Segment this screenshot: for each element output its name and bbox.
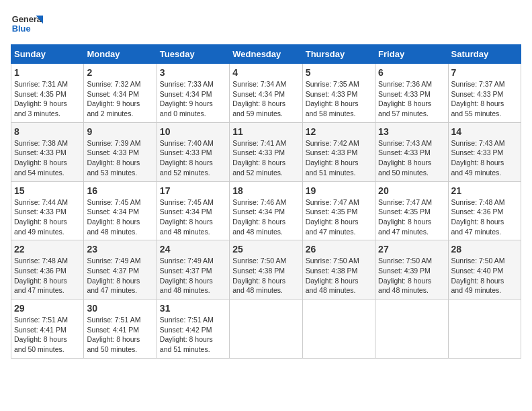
day-cell: 9Sunrise: 7:39 AMSunset: 4:33 PMDaylight… [84, 122, 157, 181]
day-cell: 25Sunrise: 7:50 AMSunset: 4:38 PMDayligh… [230, 240, 302, 300]
week-row-4: 22Sunrise: 7:48 AMSunset: 4:36 PMDayligh… [11, 240, 521, 300]
calendar-table: SundayMondayTuesdayWednesdayThursdayFrid… [11, 44, 521, 359]
day-number: 9 [87, 126, 153, 137]
col-header-tuesday: Tuesday [157, 45, 229, 64]
day-info: Sunrise: 7:49 AMSunset: 4:37 PMDaylight:… [87, 256, 153, 295]
day-number: 21 [451, 185, 518, 196]
day-info: Sunrise: 7:33 AMSunset: 4:34 PMDaylight:… [160, 79, 226, 119]
day-info: Sunrise: 7:46 AMSunset: 4:34 PMDaylight:… [232, 197, 299, 237]
day-number: 14 [451, 126, 518, 137]
day-cell: 20Sunrise: 7:47 AMSunset: 4:35 PMDayligh… [375, 181, 448, 240]
day-number: 16 [87, 185, 153, 196]
day-number: 12 [306, 126, 372, 137]
day-number: 30 [87, 303, 153, 314]
day-number: 22 [14, 244, 81, 255]
day-cell: 2Sunrise: 7:32 AMSunset: 4:34 PMDaylight… [84, 64, 157, 123]
col-header-saturday: Saturday [448, 45, 521, 64]
day-cell [230, 300, 302, 359]
col-header-friday: Friday [375, 45, 448, 64]
day-cell: 18Sunrise: 7:46 AMSunset: 4:34 PMDayligh… [230, 181, 302, 240]
day-info: Sunrise: 7:50 AMSunset: 4:38 PMDaylight:… [306, 256, 372, 295]
day-info: Sunrise: 7:39 AMSunset: 4:33 PMDaylight:… [87, 138, 153, 178]
day-number: 17 [160, 185, 226, 196]
day-info: Sunrise: 7:45 AMSunset: 4:34 PMDaylight:… [160, 197, 226, 237]
day-info: Sunrise: 7:45 AMSunset: 4:34 PMDaylight:… [87, 197, 153, 237]
logo: General Blue [11, 11, 43, 38]
day-info: Sunrise: 7:36 AMSunset: 4:33 PMDaylight:… [378, 79, 445, 119]
day-info: Sunrise: 7:34 AMSunset: 4:34 PMDaylight:… [232, 79, 299, 119]
day-number: 6 [378, 67, 445, 78]
col-header-monday: Monday [84, 45, 157, 64]
day-cell [302, 300, 375, 359]
day-cell: 10Sunrise: 7:40 AMSunset: 4:33 PMDayligh… [157, 122, 229, 181]
header-row: SundayMondayTuesdayWednesdayThursdayFrid… [11, 45, 521, 64]
day-info: Sunrise: 7:38 AMSunset: 4:33 PMDaylight:… [14, 138, 81, 178]
week-row-2: 8Sunrise: 7:38 AMSunset: 4:33 PMDaylight… [11, 122, 521, 181]
day-info: Sunrise: 7:40 AMSunset: 4:33 PMDaylight:… [160, 138, 226, 178]
day-cell: 16Sunrise: 7:45 AMSunset: 4:34 PMDayligh… [84, 181, 157, 240]
day-number: 31 [160, 303, 226, 314]
week-row-1: 1Sunrise: 7:31 AMSunset: 4:35 PMDaylight… [11, 64, 521, 123]
day-cell: 19Sunrise: 7:47 AMSunset: 4:35 PMDayligh… [302, 181, 375, 240]
day-info: Sunrise: 7:49 AMSunset: 4:37 PMDaylight:… [160, 256, 226, 295]
day-cell [375, 300, 448, 359]
day-info: Sunrise: 7:43 AMSunset: 4:33 PMDaylight:… [451, 138, 518, 178]
day-cell: 4Sunrise: 7:34 AMSunset: 4:34 PMDaylight… [230, 64, 302, 123]
day-number: 24 [160, 244, 226, 255]
day-number: 25 [232, 244, 299, 255]
day-cell: 8Sunrise: 7:38 AMSunset: 4:33 PMDaylight… [11, 122, 84, 181]
day-info: Sunrise: 7:50 AMSunset: 4:39 PMDaylight:… [378, 256, 445, 295]
day-info: Sunrise: 7:42 AMSunset: 4:33 PMDaylight:… [306, 138, 372, 178]
day-cell: 6Sunrise: 7:36 AMSunset: 4:33 PMDaylight… [375, 64, 448, 123]
day-cell: 11Sunrise: 7:41 AMSunset: 4:33 PMDayligh… [230, 122, 302, 181]
day-cell: 28Sunrise: 7:50 AMSunset: 4:40 PMDayligh… [448, 240, 521, 300]
day-cell: 12Sunrise: 7:42 AMSunset: 4:33 PMDayligh… [302, 122, 375, 181]
day-cell [448, 300, 521, 359]
day-cell: 27Sunrise: 7:50 AMSunset: 4:39 PMDayligh… [375, 240, 448, 300]
day-number: 18 [232, 185, 299, 196]
generalblue-logo-icon: General Blue [11, 11, 43, 38]
day-info: Sunrise: 7:32 AMSunset: 4:34 PMDaylight:… [87, 79, 153, 119]
day-number: 15 [14, 185, 81, 196]
day-number: 7 [451, 67, 518, 78]
day-info: Sunrise: 7:43 AMSunset: 4:33 PMDaylight:… [378, 138, 445, 178]
day-number: 13 [378, 126, 445, 137]
day-info: Sunrise: 7:48 AMSunset: 4:36 PMDaylight:… [14, 256, 81, 295]
week-row-3: 15Sunrise: 7:44 AMSunset: 4:33 PMDayligh… [11, 181, 521, 240]
day-number: 20 [378, 185, 445, 196]
col-header-wednesday: Wednesday [230, 45, 302, 64]
day-number: 8 [14, 126, 81, 137]
day-info: Sunrise: 7:48 AMSunset: 4:36 PMDaylight:… [451, 197, 518, 237]
day-number: 1 [14, 67, 81, 78]
day-number: 29 [14, 303, 81, 314]
day-number: 19 [306, 185, 372, 196]
day-number: 28 [451, 244, 518, 255]
day-cell: 30Sunrise: 7:51 AMSunset: 4:41 PMDayligh… [84, 300, 157, 359]
day-info: Sunrise: 7:41 AMSunset: 4:33 PMDaylight:… [232, 138, 299, 178]
day-info: Sunrise: 7:31 AMSunset: 4:35 PMDaylight:… [14, 79, 81, 119]
day-cell: 23Sunrise: 7:49 AMSunset: 4:37 PMDayligh… [84, 240, 157, 300]
day-cell: 3Sunrise: 7:33 AMSunset: 4:34 PMDaylight… [157, 64, 229, 123]
day-info: Sunrise: 7:51 AMSunset: 4:42 PMDaylight:… [160, 315, 226, 355]
day-info: Sunrise: 7:35 AMSunset: 4:33 PMDaylight:… [306, 79, 372, 119]
day-info: Sunrise: 7:50 AMSunset: 4:40 PMDaylight:… [451, 256, 518, 295]
day-cell: 1Sunrise: 7:31 AMSunset: 4:35 PMDaylight… [11, 64, 84, 123]
day-number: 5 [306, 67, 372, 78]
day-number: 26 [306, 244, 372, 255]
day-info: Sunrise: 7:47 AMSunset: 4:35 PMDaylight:… [378, 197, 445, 237]
day-number: 11 [232, 126, 299, 137]
day-cell: 26Sunrise: 7:50 AMSunset: 4:38 PMDayligh… [302, 240, 375, 300]
day-info: Sunrise: 7:50 AMSunset: 4:38 PMDaylight:… [232, 256, 299, 295]
day-cell: 15Sunrise: 7:44 AMSunset: 4:33 PMDayligh… [11, 181, 84, 240]
day-number: 3 [160, 67, 226, 78]
day-cell: 5Sunrise: 7:35 AMSunset: 4:33 PMDaylight… [302, 64, 375, 123]
day-cell: 22Sunrise: 7:48 AMSunset: 4:36 PMDayligh… [11, 240, 84, 300]
day-info: Sunrise: 7:47 AMSunset: 4:35 PMDaylight:… [306, 197, 372, 237]
day-info: Sunrise: 7:51 AMSunset: 4:41 PMDaylight:… [87, 315, 153, 355]
day-cell: 14Sunrise: 7:43 AMSunset: 4:33 PMDayligh… [448, 122, 521, 181]
col-header-thursday: Thursday [302, 45, 375, 64]
day-cell: 13Sunrise: 7:43 AMSunset: 4:33 PMDayligh… [375, 122, 448, 181]
day-info: Sunrise: 7:51 AMSunset: 4:41 PMDaylight:… [14, 315, 81, 355]
day-number: 2 [87, 67, 153, 78]
page-header: General Blue [11, 11, 521, 38]
